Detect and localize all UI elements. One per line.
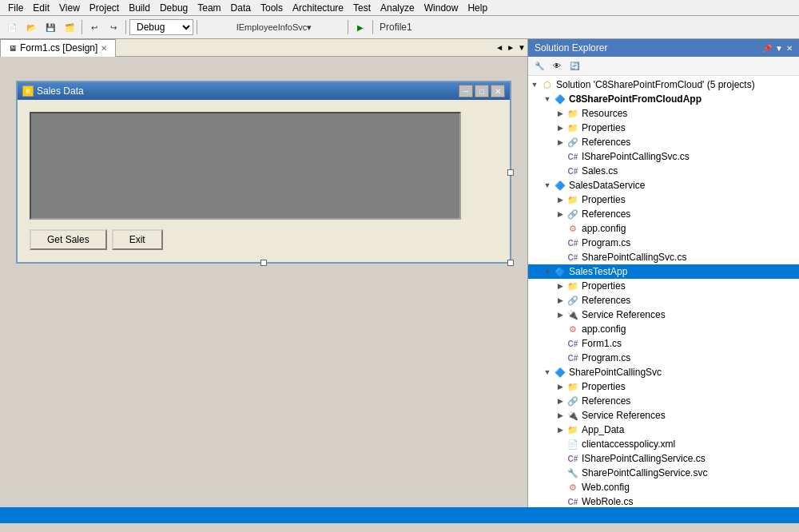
menu-help[interactable]: Help <box>463 1 492 15</box>
spcs-svcref-expander[interactable]: ▶ <box>554 409 566 422</box>
spcs-appdata[interactable]: ▶ 📁 App_Data <box>528 423 799 437</box>
save-btn[interactable]: 💾 <box>42 19 59 35</box>
sta-properties[interactable]: ▶ 📁 Properties <box>528 279 799 293</box>
undo-btn[interactable]: ↩ <box>85 19 103 35</box>
se-properties-btn[interactable]: 🔧 <box>531 59 547 73</box>
run-btn[interactable]: ▶ <box>352 19 369 35</box>
sds-properties[interactable]: ▶ 📁 Properties <box>528 193 799 207</box>
spcs-webrole[interactable]: C# WebRole.cs <box>528 494 799 507</box>
sta-references[interactable]: ▶ 🔗 References <box>528 293 799 308</box>
sta-svcreferences[interactable]: ▶ 🔌 Service References <box>528 308 799 322</box>
project-salestestapp[interactable]: ▼ 🔷 SalesTestApp <box>528 264 799 279</box>
sta-props-expander[interactable]: ▶ <box>554 280 566 292</box>
spcs-ishare-cs[interactable]: C# ISharePointCallingService.cs <box>528 451 799 466</box>
spcs-ref-expander[interactable]: ▶ <box>554 395 566 407</box>
sep2 <box>125 20 126 34</box>
c8sp-references[interactable]: ▶ 🔗 References <box>528 135 799 149</box>
project-c8sharepointfromcloudapp[interactable]: ▼ 🔷 C8SharePointFromCloudApp <box>528 92 799 106</box>
c8sp-props-expander[interactable]: ▶ <box>554 121 566 134</box>
toolbar-area: 📄 📂 💾 🗂️ ↩ ↪ Debug IEmployeeInfoSvc ▾ ▶ … <box>0 16 799 39</box>
sta-form1[interactable]: C# Form1.cs <box>528 336 799 351</box>
sta-program[interactable]: C# Program.cs <box>528 351 799 365</box>
resize-right-handle[interactable] <box>507 169 514 176</box>
sta-ref-label: References <box>582 295 630 306</box>
c8sp-resources-expander[interactable]: ▶ <box>554 107 566 120</box>
redo-btn[interactable]: ↪ <box>105 19 122 35</box>
menu-analyze[interactable]: Analyze <box>376 1 419 15</box>
spcs-svc-file[interactable]: 🔧 SharePointCallingService.svc <box>528 466 799 480</box>
se-refresh-btn[interactable]: 🔄 <box>566 59 582 73</box>
open-btn[interactable]: 📂 <box>22 19 40 35</box>
sds-program[interactable]: C# Program.cs <box>528 236 799 250</box>
sds-appconfig[interactable]: ⚙ app.config <box>528 221 799 236</box>
project-sharepointcallingsvc[interactable]: ▼ 🔷 SharePointCallingSvc <box>528 365 799 379</box>
menu-window[interactable]: Window <box>419 1 463 15</box>
sds-spcallingsvc[interactable]: C# SharePointCallingSvc.cs <box>528 250 799 264</box>
c8sp-sales-icon: C# <box>566 165 579 177</box>
c8sp-expander[interactable]: ▼ <box>541 93 554 105</box>
menu-build[interactable]: Build <box>124 1 155 15</box>
se-showall-btn[interactable]: 👁 <box>549 59 565 73</box>
se-arrow-btn[interactable]: ▼ <box>775 44 783 53</box>
spcs-props-icon: 📁 <box>566 380 579 393</box>
sds-ref-icon: 🔗 <box>566 208 579 220</box>
menu-debug[interactable]: Debug <box>155 1 193 15</box>
form-minimize-btn[interactable]: ─ <box>459 85 473 97</box>
c8sp-sales-file[interactable]: C# Sales.cs <box>528 164 799 178</box>
iemployeeinfosvc-btn[interactable]: IEmployeeInfoSvc ▾ <box>201 19 344 35</box>
spcs-properties[interactable]: ▶ 📁 Properties <box>528 379 799 394</box>
resize-bottom-handle[interactable] <box>260 260 267 266</box>
tab-scroll-right[interactable]: ► <box>505 43 516 52</box>
form1-design-tab[interactable]: 🖥 Form1.cs [Design] ✕ <box>0 39 116 57</box>
spcs-props-label: Properties <box>582 381 626 392</box>
solution-expander[interactable]: ▼ <box>528 78 541 91</box>
sta-expander[interactable]: ▼ <box>541 265 554 278</box>
sds-props-expander[interactable]: ▶ <box>554 193 566 206</box>
spcs-appdata-expander[interactable]: ▶ <box>554 423 566 436</box>
tab-close-btn[interactable]: ✕ <box>101 44 107 53</box>
menu-view[interactable]: View <box>54 1 85 15</box>
debug-config-dropdown[interactable]: Debug <box>129 19 193 35</box>
se-close-btn[interactable]: ✕ <box>786 44 793 53</box>
sds-references[interactable]: ▶ 🔗 References <box>528 207 799 221</box>
sds-program-label: Program.cs <box>582 237 630 248</box>
sta-svcref-expander[interactable]: ▶ <box>554 308 566 321</box>
spcs-props-expander[interactable]: ▶ <box>554 380 566 393</box>
menu-edit[interactable]: Edit <box>28 1 54 15</box>
c8sp-resources[interactable]: ▶ 📁 Resources <box>528 106 799 121</box>
spcs-clientaccess[interactable]: 📄 clientaccesspolicy.xml <box>528 437 799 451</box>
exit-btn[interactable]: Exit <box>112 229 163 250</box>
sds-ref-expander[interactable]: ▶ <box>554 208 566 220</box>
c8sp-ref-expander[interactable]: ▶ <box>554 136 566 149</box>
menu-project[interactable]: Project <box>85 1 124 15</box>
resize-corner-handle[interactable] <box>507 260 514 266</box>
c8sp-resources-icon: 📁 <box>566 107 579 120</box>
sds-expander[interactable]: ▼ <box>541 179 554 192</box>
new-project-btn[interactable]: 📄 <box>3 19 21 35</box>
sta-ref-expander[interactable]: ▶ <box>554 294 566 307</box>
c8sp-properties[interactable]: ▶ 📁 Properties <box>528 121 799 135</box>
form-titlebar: 🖥 Sales Data ─ □ ✕ <box>18 82 510 100</box>
menu-tools[interactable]: Tools <box>256 1 288 15</box>
get-sales-btn[interactable]: Get Sales <box>30 229 107 250</box>
solution-root[interactable]: ▼ ⬡ Solution 'C8SharePointFromCloud' (5 … <box>528 77 799 92</box>
tab-scroll-left[interactable]: ◄ <box>494 43 505 52</box>
tab-dropdown-btn[interactable]: ▼ <box>516 43 527 52</box>
menu-team[interactable]: Team <box>193 1 225 15</box>
spcs-svcreferences[interactable]: ▶ 🔌 Service References <box>528 408 799 423</box>
form-maximize-btn[interactable]: □ <box>475 85 489 97</box>
menu-file[interactable]: File <box>3 1 28 15</box>
spcs-webconfig[interactable]: ⚙ Web.config <box>528 480 799 494</box>
data-grid-view[interactable] <box>30 112 461 220</box>
spcs-references[interactable]: ▶ 🔗 References <box>528 394 799 408</box>
menu-architecture[interactable]: Architecture <box>288 1 348 15</box>
c8sp-isharepoint-file[interactable]: C# ISharePointCallingSvc.cs <box>528 149 799 164</box>
menu-data[interactable]: Data <box>226 1 256 15</box>
se-pin-btn[interactable]: 📌 <box>762 44 772 53</box>
sta-appconfig[interactable]: ⚙ app.config <box>528 322 799 336</box>
project-salesdataservice[interactable]: ▼ 🔷 SalesDataService <box>528 178 799 193</box>
menu-test[interactable]: Test <box>348 1 376 15</box>
save-all-btn[interactable]: 🗂️ <box>61 19 78 35</box>
spcs-expander[interactable]: ▼ <box>541 366 554 379</box>
form-close-btn[interactable]: ✕ <box>491 85 505 97</box>
